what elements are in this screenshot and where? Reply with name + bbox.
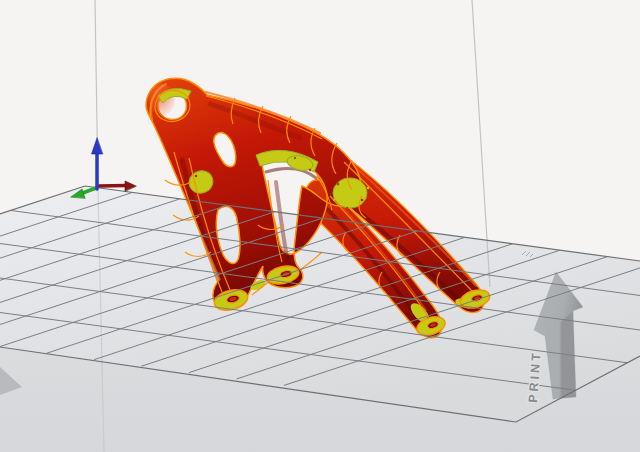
scene-canvas[interactable]: PRINT	[0, 0, 640, 452]
viewport-3d[interactable]: PRINT	[0, 0, 640, 452]
